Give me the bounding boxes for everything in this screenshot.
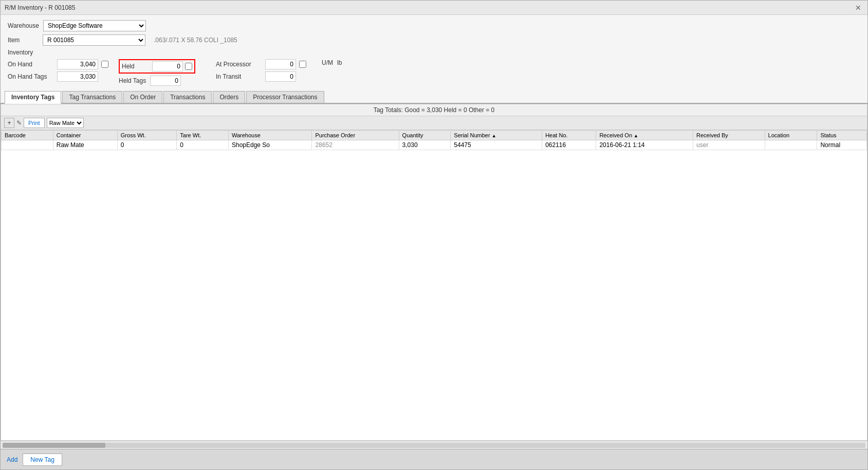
- inventory-section-row: Inventory: [8, 49, 860, 56]
- inventory-section-label: Inventory: [8, 49, 33, 56]
- on-hand-row: On Hand: [8, 59, 108, 69]
- col-barcode: Barcode: [2, 131, 53, 140]
- on-hand-checkbox[interactable]: [101, 61, 108, 68]
- inventory-grid: On Hand On Hand Tags Held: [8, 59, 860, 86]
- cell-heat-no: 062116: [542, 140, 596, 150]
- scrollbar-track: [3, 443, 865, 448]
- cell-barcode: [2, 140, 53, 150]
- print-button[interactable]: Print: [24, 118, 45, 128]
- tabs-bar: Inventory Tags Tag Transactions On Order…: [1, 91, 867, 104]
- um-col: U/M lb: [322, 59, 342, 66]
- table-container: Tag Totals: Good = 3,030 Held = 0 Other …: [1, 104, 867, 441]
- cell-location: [765, 140, 817, 150]
- cell-container: Raw Mate: [53, 140, 117, 150]
- col-received-by: Received By: [693, 131, 765, 140]
- um-label: U/M: [322, 59, 333, 66]
- window-title: R/M Inventory - R 001085: [5, 4, 75, 11]
- cell-received-by: user: [693, 140, 765, 150]
- on-hand-tags-input[interactable]: [57, 71, 98, 82]
- in-transit-input[interactable]: [265, 71, 296, 82]
- col-status: Status: [817, 131, 867, 140]
- form-area: Warehouse ShopEdge Software Item R 00108…: [1, 15, 867, 89]
- add-row-button[interactable]: +: [4, 118, 14, 128]
- at-processor-input[interactable]: [265, 59, 296, 69]
- col-serial-number: Serial Number ▲: [451, 131, 542, 140]
- processor-col: At Processor In Transit: [216, 59, 306, 82]
- held-tags-input[interactable]: [150, 76, 181, 86]
- in-transit-row: In Transit: [216, 71, 306, 82]
- item-label: Item: [8, 37, 39, 44]
- col-heat-no: Heat No.: [542, 131, 596, 140]
- warehouse-label: Warehouse: [8, 22, 39, 29]
- held-tags-label: Held Tags: [119, 77, 147, 84]
- warehouse-select[interactable]: ShopEdge Software: [43, 20, 146, 31]
- bottom-bar: Add New Tag: [1, 449, 867, 469]
- table-row: Raw Mate 0 0 ShopEdge So 28652 3,030 544…: [2, 140, 867, 150]
- col-warehouse: Warehouse: [228, 131, 311, 140]
- col-received-on: Received On ▲: [596, 131, 693, 140]
- tabs-and-table: Inventory Tags Tag Transactions On Order…: [1, 89, 867, 449]
- at-processor-row: At Processor: [216, 59, 306, 69]
- cell-quantity: 3,030: [399, 140, 451, 150]
- main-window: R/M Inventory - R 001085 ✕ Warehouse Sho…: [0, 0, 868, 470]
- held-checkbox[interactable]: [185, 63, 192, 70]
- cell-gross-wt: 0: [117, 140, 176, 150]
- cell-purchase-order: 28652: [312, 140, 399, 150]
- col-quantity: Quantity: [399, 131, 451, 140]
- horizontal-scrollbar[interactable]: [1, 441, 867, 449]
- col-tare-wt: Tare Wt.: [177, 131, 229, 140]
- col-purchase-order: Purchase Order: [312, 131, 399, 140]
- item-description: .063/.071 X 58.76 COLI _1085: [154, 37, 237, 44]
- on-hand-tags-row: On Hand Tags: [8, 71, 108, 82]
- tab-tag-transactions[interactable]: Tag Transactions: [62, 91, 122, 103]
- tab-orders[interactable]: Orders: [213, 91, 245, 103]
- tab-processor-transactions[interactable]: Processor Transactions: [246, 91, 324, 103]
- cell-tare-wt: 0: [177, 140, 229, 150]
- held-box: Held: [119, 59, 195, 74]
- tab-transactions[interactable]: Transactions: [163, 91, 212, 103]
- add-label[interactable]: Add: [7, 456, 17, 463]
- at-processor-label: At Processor: [216, 61, 262, 68]
- inventory-tags-table: Barcode Container Gross Wt. Tare Wt. War…: [1, 130, 867, 150]
- held-col: Held Held Tags: [119, 59, 195, 86]
- cell-status: Normal: [817, 140, 867, 150]
- item-row: Item R 001085 .063/.071 X 58.76 COLI _10…: [8, 34, 860, 46]
- container-type-select[interactable]: Raw Mate: [47, 118, 84, 128]
- scrollbar-thumb[interactable]: [3, 443, 105, 448]
- new-tag-button[interactable]: New Tag: [23, 454, 62, 466]
- tab-on-order[interactable]: On Order: [123, 91, 162, 103]
- in-transit-label: In Transit: [216, 73, 262, 80]
- um-value: lb: [337, 59, 342, 66]
- table-header-row: Barcode Container Gross Wt. Tare Wt. War…: [2, 131, 867, 140]
- col-gross-wt: Gross Wt.: [117, 131, 176, 140]
- item-select[interactable]: R 001085: [43, 34, 145, 46]
- tab-inventory-tags[interactable]: Inventory Tags: [5, 91, 61, 104]
- col-container: Container: [53, 131, 117, 140]
- table-toolbar: + ✎ Print Raw Mate: [1, 116, 867, 130]
- col-location: Location: [765, 131, 817, 140]
- warehouse-row: Warehouse ShopEdge Software: [8, 20, 860, 31]
- on-hand-input[interactable]: [57, 59, 98, 69]
- held-label: Held: [122, 63, 150, 70]
- cell-warehouse: ShopEdge So: [228, 140, 311, 150]
- on-hand-tags-label: On Hand Tags: [8, 73, 54, 80]
- on-hand-col: On Hand On Hand Tags: [8, 59, 108, 82]
- at-processor-checkbox[interactable]: [299, 61, 306, 68]
- held-row: Held: [119, 59, 195, 74]
- title-bar: R/M Inventory - R 001085 ✕: [1, 1, 867, 15]
- edit-button[interactable]: ✎: [16, 119, 22, 126]
- tag-totals-bar: Tag Totals: Good = 3,030 Held = 0 Other …: [1, 104, 867, 116]
- close-button[interactable]: ✕: [853, 4, 863, 12]
- cell-serial-number: 54475: [451, 140, 542, 150]
- on-hand-label: On Hand: [8, 61, 54, 68]
- cell-received-on: 2016-06-21 1:14: [596, 140, 693, 150]
- held-input[interactable]: [152, 61, 183, 71]
- held-tags-row: Held Tags: [119, 76, 195, 86]
